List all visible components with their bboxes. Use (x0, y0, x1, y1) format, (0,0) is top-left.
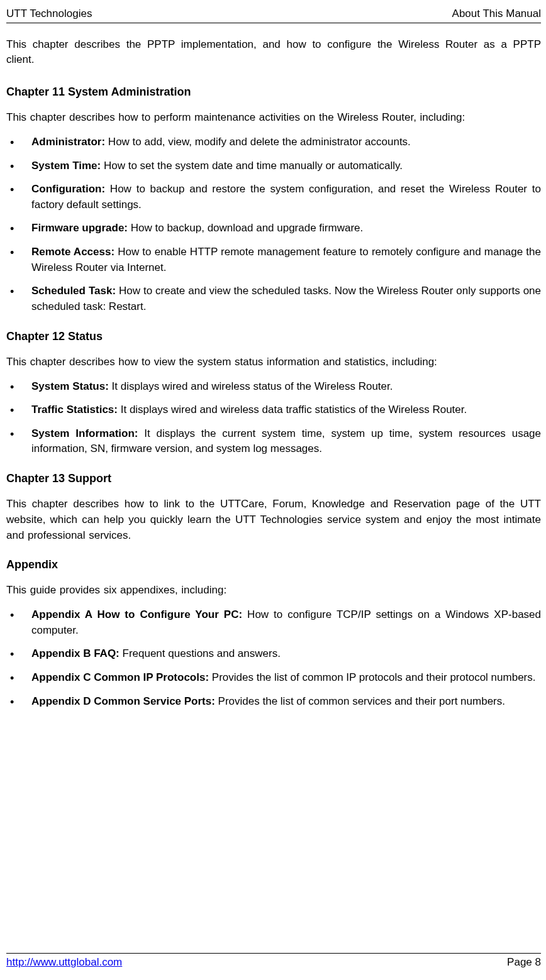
chapter-description: This chapter describes how to link to th… (6, 497, 541, 543)
item-bold-label: System Status: (31, 380, 109, 392)
chapter-title: Chapter 11 System Administration (6, 84, 541, 100)
chapter-description: This chapter describes how to view the s… (6, 355, 541, 370)
page-header: UTT Technologies About This Manual (6, 6, 541, 23)
item-bold-label: System Information: (31, 427, 138, 439)
section: AppendixThis guide provides six appendix… (6, 557, 541, 709)
footer-link[interactable]: http://www.uttglobal.com (6, 955, 122, 970)
chapter-title: Appendix (6, 557, 541, 573)
page-number: Page 8 (507, 955, 541, 970)
list-item: Remote Access: How to enable HTTP remote… (6, 245, 541, 275)
chapter-title: Chapter 13 Support (6, 471, 541, 487)
item-text: How to backup, download and upgrade firm… (128, 222, 363, 234)
item-bold-label: Appendix D Common Service Ports: (31, 695, 215, 707)
item-bold-label: Administrator: (31, 136, 105, 148)
item-text: It displays wired and wireless status of… (109, 380, 393, 392)
section: Chapter 13 SupportThis chapter describes… (6, 471, 541, 543)
item-bold-label: Appendix C Common IP Protocols: (31, 671, 209, 683)
item-text: Frequent questions and answers. (120, 647, 281, 659)
list-item: Firmware upgrade: How to backup, downloa… (6, 221, 541, 236)
header-left: UTT Technologies (6, 6, 92, 21)
chapter-title: Chapter 12 Status (6, 329, 541, 344)
list-item: System Time: How to set the system date … (6, 158, 541, 174)
chapter-description: This guide provides six appendixes, incl… (6, 583, 541, 598)
bullet-list: Administrator: How to add, view, modify … (6, 135, 541, 315)
bullet-list: System Status: It displays wired and wir… (6, 379, 541, 458)
list-item: Administrator: How to add, view, modify … (6, 135, 541, 150)
item-bold-label: Configuration: (31, 183, 105, 195)
list-item: Appendix C Common IP Protocols: Provides… (6, 670, 541, 686)
item-bold-label: Traffic Statistics: (31, 404, 118, 416)
item-text: It displays wired and wireless data traf… (118, 404, 467, 416)
item-text: How to set the system date and time manu… (101, 160, 403, 172)
section: Chapter 11 System AdministrationThis cha… (6, 84, 541, 315)
bullet-list: Appendix A How to Configure Your PC: How… (6, 607, 541, 709)
list-item: Configuration: How to backup and restore… (6, 182, 541, 212)
list-item: System Status: It displays wired and wir… (6, 379, 541, 395)
list-item: Scheduled Task: How to create and view t… (6, 284, 541, 314)
item-text: Provides the list of common IP protocols… (209, 671, 535, 683)
list-item: Appendix D Common Service Ports: Provide… (6, 694, 541, 710)
item-bold-label: Appendix B FAQ: (31, 647, 120, 659)
item-bold-label: Scheduled Task: (31, 285, 116, 297)
item-text: How to backup and restore the system con… (31, 183, 541, 211)
item-bold-label: Firmware upgrade: (31, 222, 128, 234)
item-text: How to add, view, modify and delete the … (105, 136, 411, 148)
item-bold-label: Remote Access: (31, 246, 114, 258)
header-right: About This Manual (452, 6, 541, 21)
list-item: Appendix A How to Configure Your PC: How… (6, 607, 541, 638)
item-bold-label: Appendix A How to Configure Your PC: (31, 608, 242, 620)
section: Chapter 12 StatusThis chapter describes … (6, 329, 541, 457)
page-footer: http://www.uttglobal.com Page 8 (6, 953, 541, 970)
chapter-description: This chapter describes how to perform ma… (6, 110, 541, 126)
item-text: Provides the list of common services and… (215, 695, 505, 707)
list-item: Traffic Statistics: It displays wired an… (6, 402, 541, 418)
intro-paragraph: This chapter describes the PPTP implemen… (6, 37, 541, 68)
item-bold-label: System Time: (31, 160, 101, 172)
list-item: System Information: It displays the curr… (6, 426, 541, 457)
list-item: Appendix B FAQ: Frequent questions and a… (6, 646, 541, 662)
